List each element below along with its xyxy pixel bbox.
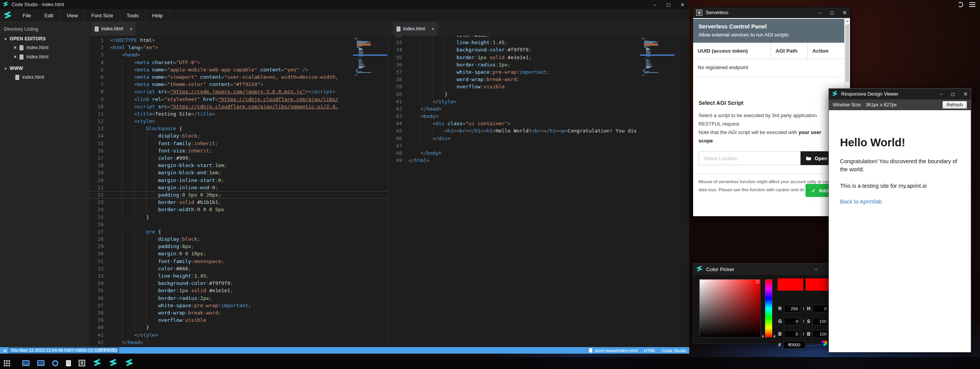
scroll-up-icon[interactable]: ▲: [845, 18, 850, 24]
scrollbar-thumb[interactable]: [845, 25, 849, 82]
tab-index-html-left[interactable]: index.html ×: [91, 22, 136, 36]
code-line[interactable]: 7 <meta name="theme-color" content="#ff9…: [90, 81, 388, 88]
code-line[interactable]: 32 color:#666;: [90, 265, 388, 272]
code-line[interactable]: 18 margin-block-start:1em;: [90, 162, 388, 169]
code-line[interactable]: 43 <body>: [389, 113, 689, 120]
minimize-button[interactable]: –: [654, 2, 656, 8]
hex-value-input[interactable]: ff0000: [783, 341, 805, 349]
code-line[interactable]: 6 <meta name="viewport" content="user-sc…: [90, 73, 388, 81]
code-line[interactable]: 42 </head>: [389, 105, 689, 113]
minimap-viewport-marker[interactable]: [353, 55, 387, 56]
code-line[interactable]: 23 border:solid #b1b1b1;: [90, 199, 388, 206]
code-line[interactable]: 5 <meta name="apple-mobile-web-app-capab…: [90, 66, 388, 73]
code-area[interactable]: 1<!DOCTYPE html>2<html lang="en">3 <head…: [90, 36, 388, 346]
editor-pane-right[interactable]: 32 color:#666;33 line-height:1.45;34 bac…: [388, 36, 689, 347]
refresh-icon[interactable]: [958, 2, 963, 7]
hue-value-input[interactable]: 0: [813, 305, 829, 313]
script-location-input[interactable]: [698, 151, 800, 165]
open-button[interactable]: Open: [800, 151, 833, 165]
code-line[interactable]: 37 white-space:pre-wrap!important;: [90, 302, 388, 309]
code-line[interactable]: 35 border:1px solid #e1e1e1;: [90, 287, 388, 294]
code-studio-taskbar-icon[interactable]: [93, 358, 101, 368]
code-line[interactable]: 25 }: [90, 213, 388, 221]
code-line[interactable]: 42 </head>: [90, 339, 388, 346]
code-line[interactable]: 14 display:block;: [90, 132, 388, 139]
document-icon[interactable]: [66, 360, 71, 366]
menu-font-size[interactable]: Font Size: [84, 9, 120, 22]
open-editor-item[interactable]: × index.html: [0, 43, 90, 52]
app-grid-icon[interactable]: [4, 360, 10, 366]
code-line[interactable]: 48 </body>: [389, 149, 689, 157]
blue-value-input[interactable]: 0: [784, 330, 800, 338]
maximize-button[interactable]: ◻: [666, 2, 670, 8]
code-line[interactable]: 2<html lang="en">: [90, 44, 388, 51]
code-line[interactable]: 47: [389, 142, 689, 149]
stepper-icon[interactable]: ▲▼: [802, 307, 805, 311]
code-line[interactable]: 3 <head>: [90, 51, 388, 58]
code-line[interactable]: 38 word-wrap:break-word;: [389, 76, 689, 83]
code-line[interactable]: 12 <style>: [90, 117, 388, 125]
code-line[interactable]: 46 </div>: [389, 135, 689, 142]
menu-edit[interactable]: Edit: [38, 9, 60, 22]
sync-icon[interactable]: ⇄: [3, 348, 7, 353]
menu-icon[interactable]: [969, 2, 975, 7]
open-editor-item[interactable]: × index.html: [0, 52, 90, 61]
code-line[interactable]: 34 background-color:#f9f9f9;: [90, 280, 388, 287]
menu-file[interactable]: File: [16, 9, 38, 22]
red-value-input[interactable]: 255: [784, 305, 800, 313]
tree-item-index[interactable]: index.html: [0, 73, 90, 82]
code-line[interactable]: 13 blockquote {: [90, 125, 388, 132]
saturation-value-field[interactable]: [699, 279, 761, 338]
code-line[interactable]: 16 font-size:inherit;: [90, 147, 388, 154]
code-line[interactable]: 45 <h1><br></h1><h1>Hello World!<br></h1…: [389, 127, 689, 134]
viewer-title-bar[interactable]: Responsive Design Viewer – ◻ ✕: [829, 89, 971, 99]
color-wheel-icon[interactable]: [821, 340, 828, 346]
editor-pane-left[interactable]: 1<!DOCTYPE html>2<html lang="en">3 <head…: [90, 36, 388, 347]
window-icon[interactable]: [22, 360, 30, 366]
minimize-button[interactable]: –: [819, 10, 822, 15]
minimap-viewport-marker[interactable]: [640, 55, 675, 56]
close-button[interactable]: ✕: [963, 91, 968, 97]
code-line[interactable]: 9 <link rel="stylesheet" href="https://c…: [90, 96, 388, 103]
stepper-icon[interactable]: ▲▼: [802, 319, 805, 323]
window-icon[interactable]: [37, 360, 44, 366]
minimize-button[interactable]: –: [815, 266, 817, 272]
menu-tools[interactable]: Tools: [120, 9, 145, 22]
back-link[interactable]: Back to Aprintlab: [840, 199, 971, 205]
section-open-editors[interactable]: ▾ OPEN EDITORS: [0, 32, 90, 43]
code-line[interactable]: 40 }: [389, 91, 689, 98]
code-line[interactable]: 11 <title>Testing Site</title>: [90, 110, 388, 117]
serverless-title-bar[interactable]: 0 Serverless – ◻ ✕: [693, 7, 850, 18]
code-line[interactable]: 41 </style>: [389, 98, 689, 105]
code-line[interactable]: 8 <script src="https://code.jquery.com/j…: [90, 88, 388, 95]
color-picker-title-bar[interactable]: Color Picker – ◻: [693, 263, 836, 275]
code-line[interactable]: 22 padding:0 5px 0 20px;: [90, 191, 388, 199]
green-value-input[interactable]: 0: [784, 318, 800, 325]
code-line[interactable]: 19 margin-block-end:1em;: [90, 169, 388, 176]
code-studio-taskbar-icon[interactable]: [109, 358, 117, 368]
saturation-value-input[interactable]: 100: [812, 318, 828, 325]
code-line[interactable]: 40 }: [90, 324, 388, 331]
minimize-button[interactable]: –: [940, 91, 943, 97]
code-line[interactable]: 4 <meta charset="UTF-8">: [90, 59, 388, 66]
code-line[interactable]: 24 border-width:0 0 0 5px: [90, 206, 388, 213]
code-line[interactable]: 10 <script src="https://cdnjs.cloudflare…: [90, 103, 388, 110]
code-line[interactable]: 33 line-height:1.45;: [90, 272, 388, 280]
menu-help[interactable]: Help: [145, 9, 170, 22]
maximize-button[interactable]: ◻: [951, 91, 955, 97]
refresh-button[interactable]: Refresh: [942, 101, 967, 109]
code-line[interactable]: 31 font-family:monospace;: [90, 258, 388, 265]
section-www[interactable]: ▾ WWW: [0, 61, 90, 73]
code-line[interactable]: 28 display:block;: [90, 235, 388, 243]
hue-slider[interactable]: [765, 279, 772, 338]
code-line[interactable]: 41 </style>: [90, 331, 388, 339]
color-selector-ring[interactable]: [756, 280, 759, 283]
code-line[interactable]: 17 color:#999;: [90, 154, 388, 162]
code-line[interactable]: 49</html>: [389, 157, 689, 164]
minimap[interactable]: [642, 37, 674, 76]
code-line[interactable]: 30 margin:0 0 10px;: [90, 250, 388, 257]
close-icon[interactable]: ×: [432, 26, 434, 31]
tab-index-html-right[interactable]: index.html ×: [393, 22, 438, 36]
stepper-icon[interactable]: ▲▼: [802, 332, 805, 336]
code-line[interactable]: 21 margin-inline-end:0;: [90, 184, 388, 191]
